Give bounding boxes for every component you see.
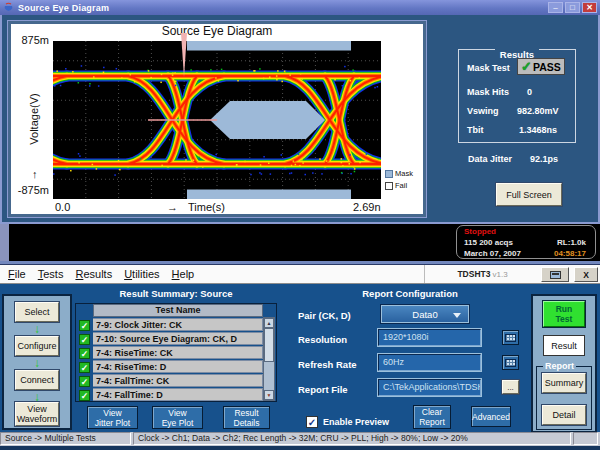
table-header: Test Name (76, 304, 276, 317)
select-button[interactable]: Select (15, 302, 59, 322)
eye-diagram-plot[interactable] (53, 41, 381, 199)
plot-title: Source Eye Diagram (11, 24, 423, 38)
close-icon[interactable]: ✕ (582, 2, 597, 13)
clear-report-line2: Report (419, 417, 445, 427)
run-test-button[interactable]: Run Test (543, 301, 585, 327)
scrollbar-thumb[interactable] (264, 328, 274, 362)
data-jitter-value: 92.1ps (530, 154, 558, 164)
scroll-up-icon[interactable]: ▲ (264, 318, 274, 328)
results-group: Results Mask Test ✓ PASS Mask Hits 0 Vsw… (458, 49, 576, 143)
pair-dropdown[interactable]: Data0 (381, 305, 469, 323)
arrow-down-icon: ↓ (4, 323, 70, 335)
pass-check-icon: ✓ (521, 59, 532, 74)
test-name: 7-4: FallTime: CK (93, 374, 263, 387)
test-name: 7-9: Clock Jitter: CK (93, 318, 263, 331)
connect-button[interactable]: Connect (15, 370, 59, 390)
status-spare (573, 432, 598, 445)
scroll-down-icon[interactable]: ▼ (264, 390, 274, 400)
right-nav-panel: Run Test Result Report Summary Detail (531, 294, 597, 433)
scope-edge (0, 224, 9, 261)
run-test-line1: Run (556, 304, 573, 314)
legend-fail-label: Fail (395, 181, 407, 190)
menu-file[interactable]: File (2, 268, 32, 280)
result-button[interactable]: Result (543, 335, 585, 356)
table-row[interactable]: ✓7-4: RiseTime: D (76, 359, 263, 373)
legend-mask: Mask (385, 169, 413, 178)
pass-status-badge: ✓ PASS (517, 58, 565, 75)
mask-hits-label: Mask Hits (467, 87, 509, 97)
eye-window-title: Source Eye Diagram (18, 3, 109, 13)
test-name-column-header: Test Name (93, 304, 263, 317)
menu-items: FileTestsResultsUtilitiesHelp (2, 265, 200, 283)
view-jitter-line1: View (103, 408, 121, 418)
resolution-keypad-button[interactable] (502, 330, 519, 345)
test-name: 7-4: RiseTime: CK (93, 346, 263, 359)
view-jitter-plot-button[interactable]: View Jitter Plot (87, 406, 138, 429)
clear-report-button[interactable]: Clear Report (413, 405, 451, 429)
java-icon (3, 2, 14, 13)
table-scrollbar[interactable]: ▲ ▼ (263, 317, 275, 401)
status-source: Source -> Multiple Tests (0, 432, 131, 445)
detail-button[interactable]: Detail (542, 405, 586, 425)
maximize-icon[interactable]: □ (565, 2, 580, 13)
menu-help[interactable]: Help (166, 268, 201, 280)
chevron-down-icon (453, 313, 461, 318)
close-app-button[interactable]: X (574, 267, 598, 282)
x-axis-arrow-icon: → (167, 201, 178, 213)
menu-tests[interactable]: Tests (32, 268, 70, 280)
test-name: 7-4: FallTime: D (93, 388, 263, 401)
browse-button[interactable]: ... (502, 380, 519, 394)
pass-text: PASS (533, 61, 561, 73)
mask-hits-value: 0 (527, 87, 532, 97)
pass-check-icon: ✓ (79, 390, 90, 401)
refresh-rate-field[interactable]: 60Hz (378, 354, 481, 371)
status-bar: Source -> Multiple Tests Clock -> Ch1; D… (0, 432, 600, 446)
vswing-label: Vswing (467, 106, 499, 116)
menu-utilities[interactable]: Utilities (118, 268, 165, 280)
table-row[interactable]: ✓7-9: Clock Jitter: CK (76, 317, 263, 331)
app-version: v1.3 (492, 270, 507, 279)
view-eye-plot-button[interactable]: View Eye Plot (152, 406, 203, 429)
cursor-marker[interactable] (181, 33, 187, 77)
enable-preview-checkbox[interactable]: ✓ (306, 416, 318, 428)
report-file-field[interactable]: C:\TekApplications\TDSHT (378, 379, 481, 396)
refresh-rate-label: Refresh Rate (298, 359, 357, 370)
hide-app-button[interactable] (541, 267, 569, 282)
table-row[interactable]: ✓7-10: Source Eye Diagram: CK, D (76, 331, 263, 345)
advanced-button[interactable]: Advanced (471, 406, 511, 427)
x-tick-left: 0.0 (55, 201, 70, 213)
menu-results[interactable]: Results (69, 268, 118, 280)
table-row[interactable]: ✓7-4: FallTime: CK (76, 373, 263, 387)
view-waveform-button[interactable]: View Waveform (15, 402, 59, 426)
configure-button[interactable]: Configure (15, 336, 59, 356)
left-nav-panel: Select ↓ Configure ↓ Connect ↓ View Wave… (2, 294, 72, 430)
test-name: 7-10: Source Eye Diagram: CK, D (93, 332, 263, 345)
result-details-button[interactable]: Result Details (223, 406, 270, 429)
status-config: Clock -> Ch1; Data -> Ch2; Rec Length ->… (133, 432, 571, 445)
y-tick-bottom: -875m (11, 184, 49, 196)
resolution-field[interactable]: 1920*1080i (378, 329, 481, 346)
main-app-panel: Select ↓ Configure ↓ Connect ↓ View Wave… (0, 284, 600, 432)
summary-button[interactable]: Summary (542, 373, 586, 393)
arrow-down-icon: ↓ (4, 357, 70, 369)
result-details-line2: Details (234, 418, 260, 428)
table-rows: ✓7-9: Clock Jitter: CK✓7-10: Source Eye … (76, 317, 263, 401)
table-row[interactable]: ✓7-4: RiseTime: CK (76, 345, 263, 359)
bottom-edge (0, 446, 600, 450)
refresh-keypad-button[interactable] (502, 355, 519, 370)
acquisition-status-box: Stopped 115 200 acqs RL:1.0k March 07, 2… (456, 225, 596, 259)
screen: Source Eye Diagram – □ ✕ Source Eye Diag… (0, 0, 600, 450)
full-screen-button[interactable]: Full Screen (496, 183, 562, 206)
run-test-line2: Test (556, 314, 573, 324)
tbit-label: Tbit (467, 125, 484, 135)
table-row[interactable]: ✓7-4: FallTime: D (76, 387, 263, 401)
report-file-label: Report File (298, 384, 348, 395)
test-name: 7-4: RiseTime: D (93, 360, 263, 373)
vswing-value: 982.80mV (517, 106, 559, 116)
minimize-icon[interactable]: – (548, 2, 563, 13)
result-details-line1: Result (234, 408, 258, 418)
view-waveform-line1: View (27, 404, 46, 414)
eye-window-titlebar[interactable]: Source Eye Diagram – □ ✕ (0, 0, 600, 15)
keypad-icon (505, 334, 516, 342)
window-edge-left (0, 15, 2, 224)
